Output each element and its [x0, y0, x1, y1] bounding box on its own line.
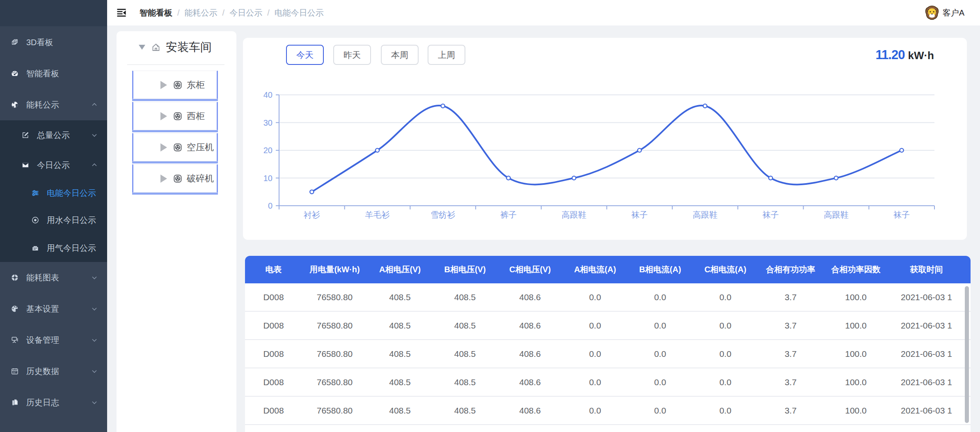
svg-text:30: 30 — [263, 118, 272, 127]
svg-text:20: 20 — [263, 146, 272, 155]
svg-text:雪纺衫: 雪纺衫 — [430, 210, 455, 219]
svg-text:裤子: 裤子 — [500, 210, 517, 219]
svg-text:衬衫: 衬衫 — [304, 210, 320, 219]
svg-text:羊毛衫: 羊毛衫 — [365, 210, 390, 219]
svg-text:袜子: 袜子 — [631, 210, 648, 219]
svg-text:10: 10 — [263, 174, 272, 183]
svg-text:袜子: 袜子 — [762, 210, 779, 219]
svg-text:高跟鞋: 高跟鞋 — [693, 210, 717, 219]
svg-text:0: 0 — [268, 201, 272, 210]
svg-text:高跟鞋: 高跟鞋 — [562, 210, 586, 219]
svg-text:袜子: 袜子 — [893, 210, 910, 219]
svg-text:40: 40 — [263, 90, 272, 99]
svg-text:高跟鞋: 高跟鞋 — [824, 210, 848, 219]
